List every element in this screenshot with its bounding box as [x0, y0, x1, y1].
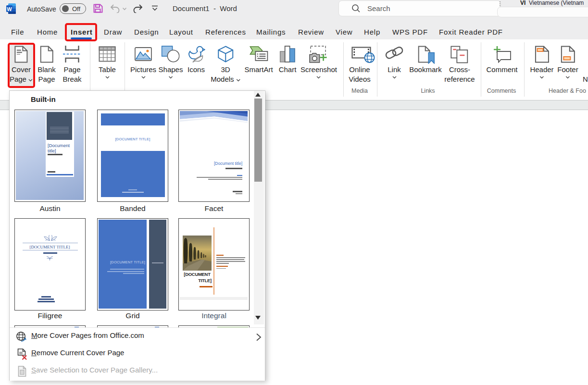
- svg-text:W: W: [7, 6, 12, 12]
